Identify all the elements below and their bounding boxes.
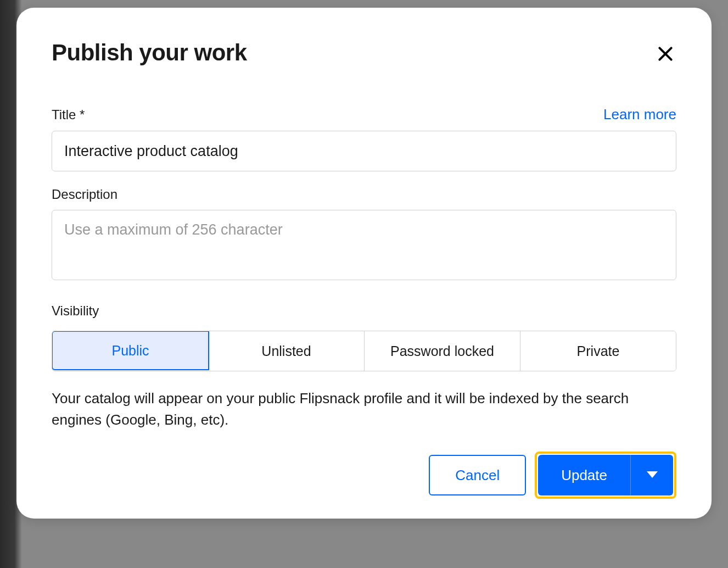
learn-more-link[interactable]: Learn more xyxy=(603,106,676,123)
visibility-description: Your catalog will appear on your public … xyxy=(52,388,676,431)
visibility-tab-unlisted[interactable]: Unlisted xyxy=(209,331,365,371)
publish-modal: Publish your work Title * Learn more Des… xyxy=(16,8,712,519)
title-input[interactable] xyxy=(52,131,676,171)
update-button-highlight: Update xyxy=(535,452,676,499)
description-input[interactable] xyxy=(52,210,676,280)
description-label: Description xyxy=(52,187,117,202)
modal-title: Publish your work xyxy=(52,40,247,66)
visibility-tab-public[interactable]: Public xyxy=(52,331,209,370)
visibility-label: Visibility xyxy=(52,303,676,319)
update-dropdown-button[interactable] xyxy=(630,455,673,495)
cancel-button[interactable]: Cancel xyxy=(429,455,526,495)
visibility-tab-password-locked[interactable]: Password locked xyxy=(365,331,520,371)
close-icon xyxy=(657,45,674,63)
title-label: Title * xyxy=(52,107,85,122)
visibility-tabs: Public Unlisted Password locked Private xyxy=(52,331,676,371)
update-button[interactable]: Update xyxy=(538,455,630,495)
visibility-tab-private[interactable]: Private xyxy=(520,331,676,371)
caret-down-icon xyxy=(647,471,658,479)
svg-marker-2 xyxy=(647,471,658,478)
close-button[interactable] xyxy=(654,43,676,66)
